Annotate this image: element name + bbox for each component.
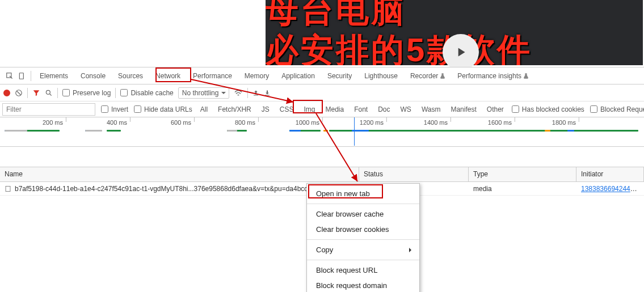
upload-icon[interactable] (252, 89, 259, 97)
network-timeline[interactable]: 200 ms 400 ms 600 ms 800 ms 1000 ms 1200… (0, 117, 644, 147)
preserve-log-checkbox[interactable]: Preserve log (62, 89, 111, 97)
col-header-status[interactable]: Status (359, 167, 469, 181)
menu-block-domain[interactable]: Block request domain (307, 278, 419, 292)
search-icon[interactable] (45, 89, 53, 97)
menu-copy[interactable]: Copy (307, 242, 419, 257)
file-icon (5, 185, 11, 192)
col-header-type[interactable]: Type (469, 167, 576, 181)
menu-open-new-tab[interactable]: Open in new tab (307, 186, 419, 201)
invert-checkbox[interactable]: Invert (101, 105, 128, 113)
filter-ws[interactable]: WS (398, 104, 414, 115)
filter-font[interactable]: Font (352, 104, 370, 115)
tab-elements[interactable]: Elements (33, 67, 74, 84)
network-filterbar: Invert Hide data URLs All Fetch/XHR JS C… (0, 101, 644, 117)
filter-fetch-xhr[interactable]: Fetch/XHR (216, 104, 254, 115)
filter-other[interactable]: Other (485, 104, 506, 115)
beta-icon (440, 73, 445, 79)
throttling-select[interactable]: No throttling (178, 87, 230, 99)
context-menu: Open in new tab Clear browser cache Clea… (306, 183, 420, 292)
request-initiator-cell: 1383836694244925... (576, 185, 644, 193)
tab-application[interactable]: Application (275, 67, 321, 84)
beta-icon (524, 73, 528, 79)
filter-wasm[interactable]: Wasm (419, 104, 443, 115)
devtools-tabbar: Elements Console Sources Network Perform… (0, 67, 644, 84)
filter-img[interactable]: Img (301, 104, 317, 115)
menu-clear-cookies[interactable]: Clear browser cookies (307, 222, 419, 237)
tab-performance[interactable]: Performance (187, 67, 238, 84)
hide-data-urls-checkbox[interactable]: Hide data URLs (134, 105, 192, 113)
filter-icon[interactable] (32, 89, 40, 97)
device-toggle-icon[interactable] (16, 70, 28, 82)
tab-recorder[interactable]: Recorder (404, 67, 451, 84)
tab-security[interactable]: Security (321, 67, 358, 84)
filter-js[interactable]: JS (259, 104, 272, 115)
tab-console[interactable]: Console (74, 67, 112, 84)
tab-network[interactable]: Network (149, 67, 187, 84)
filter-doc[interactable]: Doc (376, 104, 392, 115)
col-header-name[interactable]: Name (0, 167, 359, 181)
filter-media[interactable]: Media (323, 104, 346, 115)
tab-lighthouse[interactable]: Lighthouse (358, 67, 404, 84)
request-type-cell: media (469, 185, 576, 193)
col-header-initiator[interactable]: Initiator (576, 167, 644, 181)
filter-css[interactable]: CSS (277, 104, 296, 115)
svg-point-3 (46, 90, 50, 94)
menu-block-url[interactable]: Block request URL (307, 263, 419, 278)
tab-sources[interactable]: Sources (112, 67, 149, 84)
filter-input[interactable] (2, 103, 95, 116)
menu-clear-cache[interactable]: Clear browser cache (307, 206, 419, 222)
svg-rect-1 (19, 73, 23, 79)
svg-rect-4 (6, 186, 10, 191)
play-icon (453, 45, 468, 60)
network-table-header: Name Status Type Initiator (0, 167, 644, 182)
timeline-spacer (0, 147, 644, 167)
blocked-requests-checkbox[interactable]: Blocked Requests (590, 105, 644, 113)
tab-perf-insights[interactable]: Performance insights (451, 67, 534, 84)
request-name-cell: b7af5198-c44d-11eb-a1e4-c247f54c91ac-t1-… (15, 185, 353, 193)
tab-memory[interactable]: Memory (238, 67, 275, 84)
timeline-bars (0, 130, 644, 146)
filter-all[interactable]: All (198, 104, 210, 115)
disable-cache-checkbox[interactable]: Disable cache (120, 89, 173, 97)
has-blocked-cookies-checkbox[interactable]: Has blocked cookies (512, 105, 584, 113)
download-icon[interactable] (264, 89, 271, 97)
clear-icon[interactable] (15, 89, 23, 97)
play-button[interactable] (443, 34, 479, 70)
record-button[interactable] (3, 90, 10, 96)
filter-manifest[interactable]: Manifest (448, 104, 478, 115)
wifi-icon[interactable] (234, 89, 243, 97)
network-toolbar: Preserve log Disable cache No throttling (0, 84, 644, 101)
inspect-icon[interactable] (3, 70, 16, 82)
